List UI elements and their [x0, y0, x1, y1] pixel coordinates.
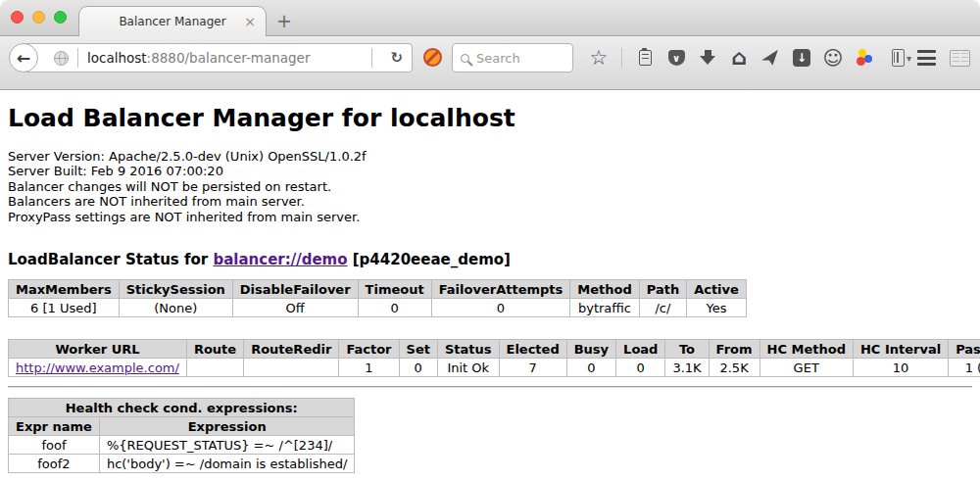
chevron-down-icon: ▾: [906, 53, 911, 64]
cell-busy: 0: [566, 359, 615, 377]
header-cell: HC Method: [760, 340, 853, 359]
cell-failoverattempts: 0: [431, 299, 570, 317]
header-cell: Active: [687, 280, 747, 299]
tab-balancer-manager[interactable]: Balancer Manager ×: [78, 6, 267, 36]
balancer-demo-link[interactable]: balancer://demo: [213, 251, 347, 268]
balancer-table: MaxMembers StickySession DisableFailover…: [8, 279, 747, 317]
cell-status: Init Ok: [437, 359, 499, 377]
bookmark-star-icon[interactable]: ☆: [589, 46, 609, 70]
header-cell: Timeout: [358, 280, 431, 299]
zoom-window-button[interactable]: [54, 11, 67, 24]
pages-grid-icon[interactable]: [950, 50, 970, 67]
table-header-row: Worker URL Route RouteRedir Factor Set S…: [9, 340, 980, 359]
navigation-toolbar: ← localhost:8880/balancer-manager ↻ ☆ ∨ …: [0, 36, 980, 90]
video-download-button[interactable]: ↓: [792, 46, 811, 70]
proxypass-note-line: ProxyPass settings are NOT inherited fro…: [8, 210, 972, 224]
cell-to: 3.1K: [665, 359, 709, 377]
inherit-note-line: Balancers are NOT inherited from main se…: [8, 194, 972, 209]
cell-expression: %{REQUEST_STATUS} =~ /^[234]/: [99, 436, 355, 455]
cell-hc-method: GET: [760, 359, 853, 377]
header-cell: FailoverAttempts: [431, 280, 570, 299]
cell-expr-name: foof2: [9, 455, 100, 473]
tab-close-icon[interactable]: ×: [244, 13, 256, 30]
emoji-addon-button[interactable]: ☺: [823, 46, 843, 70]
header-cell: Expr name: [9, 417, 100, 436]
header-cell: MaxMembers: [9, 280, 120, 299]
search-box[interactable]: [452, 43, 573, 72]
new-tab-button[interactable]: +: [276, 10, 292, 31]
toolbar-icons: ☆ ∨ ⌂ ↓ ☺ ▾: [589, 43, 917, 72]
clipboard-icon: [639, 50, 652, 66]
back-button[interactable]: ←: [9, 43, 38, 72]
header-cell: Factor: [339, 340, 399, 359]
header-cell: Set: [399, 340, 437, 359]
divider: [77, 48, 78, 68]
cell-hc-interval: 10: [853, 359, 948, 377]
url-host: localhost: [87, 50, 147, 66]
cell-active: Yes: [687, 299, 747, 317]
cell-elected: 7: [499, 359, 566, 377]
url-text: localhost:8880/balancer-manager: [87, 50, 310, 66]
worker-table: Worker URL Route RouteRedir Factor Set S…: [8, 339, 980, 377]
header-cell: Worker URL: [9, 340, 187, 359]
traffic-lights: [11, 11, 67, 24]
send-to-device-button[interactable]: [760, 46, 780, 70]
cell-set: 0: [399, 359, 437, 377]
table-row: foof2 hc('body') =~ /domain is establish…: [9, 455, 355, 473]
header-cell: DisableFailover: [232, 280, 358, 299]
header-cell: Elected: [499, 340, 566, 359]
balancer-status-heading: LoadBalancer Status for balancer://demo …: [8, 251, 972, 268]
back-arrow-icon: ←: [17, 50, 30, 67]
cell-expr-name: foof: [9, 436, 100, 455]
page-title: Load Balancer Manager for localhost: [8, 104, 972, 132]
cell-route: [186, 359, 243, 377]
cell-from: 2.5K: [709, 359, 760, 377]
header-cell: Method: [570, 280, 639, 299]
header-cell: HC Interval: [853, 340, 948, 359]
extension-dots-button[interactable]: [855, 46, 874, 70]
content-blocker-icon[interactable]: [423, 48, 442, 67]
cell-path: /c/: [639, 299, 686, 317]
cell-load: 0: [616, 359, 665, 377]
table-row: foof %{REQUEST_STATUS} =~ /^[234]/: [9, 436, 355, 455]
search-icon: [461, 54, 469, 63]
divider: [621, 48, 622, 68]
cell-factor: 1: [339, 359, 399, 377]
server-built-line: Server Built: Feb 9 2016 07:00:20: [8, 164, 972, 178]
header-cell: Busy: [566, 340, 615, 359]
table-row: 6 [1 Used] (None) Off 0 0 bytraffic /c/ …: [9, 299, 747, 317]
hamburger-icon: [917, 50, 936, 53]
globe-icon: [54, 51, 69, 66]
colored-dots-icon: [856, 49, 873, 67]
header-cell: RouteRedir: [244, 340, 339, 359]
url-bar[interactable]: localhost:8880/balancer-manager ↻: [24, 43, 413, 72]
reload-button[interactable]: ↻: [390, 49, 403, 67]
health-check-table: Health check cond. expressions: Expr nam…: [8, 398, 355, 473]
table-header-row: Expr name Expression: [9, 417, 355, 436]
worker-url-link[interactable]: http://www.example.com/: [16, 361, 179, 375]
archive-icon: [892, 49, 905, 67]
download-arrow-icon: [700, 50, 715, 66]
cell-expression: hc('body') =~ /domain is established/: [99, 455, 355, 473]
menu-button[interactable]: [917, 50, 936, 66]
url-path: :8880/balancer-manager: [147, 50, 311, 66]
close-window-button[interactable]: [11, 11, 24, 24]
minimize-window-button[interactable]: [32, 11, 45, 24]
server-version-line: Server Version: Apache/2.5.0-dev (Unix) …: [8, 149, 972, 164]
header-cell: Path: [639, 280, 686, 299]
cell-method: bytraffic: [570, 299, 639, 317]
section-divider: [8, 386, 972, 388]
table-row: http://www.example.com/ 1 0 Init Ok 7 0 …: [9, 359, 980, 377]
pocket-button[interactable]: ∨: [666, 46, 686, 70]
titlebar: Balancer Manager × +: [0, 0, 980, 36]
reading-list-button[interactable]: [635, 46, 655, 70]
search-input[interactable]: [476, 51, 564, 66]
downloads-button[interactable]: [698, 46, 717, 70]
archive-addon-button[interactable]: ▾: [886, 46, 917, 70]
paper-plane-icon: [760, 49, 780, 66]
persist-note-line: Balancer changes will NOT be persisted o…: [8, 179, 972, 194]
header-cell: From: [709, 340, 760, 359]
health-table-title: Health check cond. expressions:: [9, 399, 355, 417]
home-button[interactable]: ⌂: [729, 46, 749, 70]
cell-passes: 1 (0): [949, 359, 980, 377]
